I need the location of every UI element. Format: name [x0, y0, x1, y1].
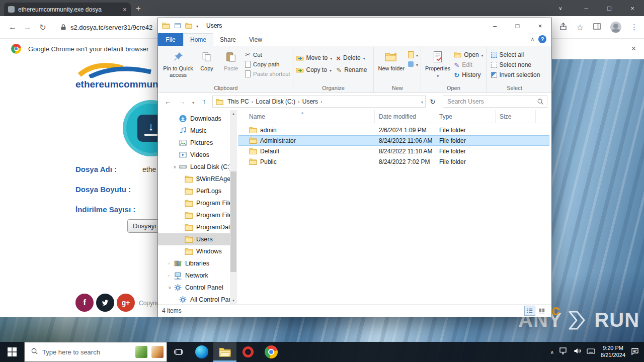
help-button[interactable]: ? [538, 35, 546, 43]
browser-minimize-button[interactable]: – [575, 5, 598, 12]
browser-close-button[interactable]: × [621, 5, 644, 12]
search-highlight-image-1[interactable] [135, 346, 147, 358]
paste-shortcut-button[interactable]: Paste shortcut [245, 69, 290, 78]
new-folder-button[interactable]: New folder [376, 48, 406, 72]
invert-selection-button[interactable]: Invert selection [491, 70, 540, 80]
profile-avatar[interactable] [610, 22, 621, 33]
breadcrumb-segment-this-pc[interactable]: This PC [226, 98, 250, 105]
touch-keyboard-icon[interactable] [587, 347, 595, 356]
browser-menu-icon[interactable]: ⋮ [630, 23, 638, 32]
tree-item-control-panel[interactable]: ∨Control Panel [158, 282, 237, 294]
search-icon[interactable] [537, 98, 544, 105]
forward-button[interactable]: → [20, 23, 35, 32]
select-all-button[interactable]: Select all [491, 50, 540, 60]
tab-home[interactable]: Home [183, 33, 213, 46]
twitter-icon[interactable] [96, 294, 114, 312]
column-header-name[interactable]: Name [237, 110, 375, 123]
browser-tab[interactable]: ethereumcommunity.exe dosya × [4, 3, 131, 16]
tree-item-network[interactable]: ›Network [158, 269, 237, 282]
explorer-maximize-button[interactable]: □ [506, 18, 529, 33]
copy-path-button[interactable]: Copy path [245, 59, 290, 69]
tab-close-icon[interactable]: × [123, 6, 127, 14]
details-view-button[interactable] [524, 306, 535, 316]
taskbar-chrome-icon[interactable] [260, 342, 283, 362]
tree-expand-icon[interactable]: › [168, 261, 174, 266]
tab-view[interactable]: View [243, 34, 269, 46]
tab-search-icon[interactable]: ∨ [550, 6, 571, 11]
thumbnail-view-button[interactable] [536, 306, 547, 316]
taskbar-edge-icon[interactable] [190, 342, 213, 362]
tree-item-pictures[interactable]: Pictures [158, 137, 237, 149]
tree-item-downloads[interactable]: Downloads [158, 113, 237, 125]
nav-back-button[interactable]: ← [162, 98, 174, 106]
start-button[interactable] [0, 342, 24, 362]
tree-item-perflogs[interactable]: PerfLogs [158, 185, 237, 197]
search-input[interactable]: Search Users [443, 96, 547, 108]
address-history-dropdown-icon[interactable] [421, 98, 423, 105]
tree-item-music[interactable]: Music [158, 125, 237, 137]
explorer-title-bar[interactable]: Users – □ × [158, 18, 551, 33]
breadcrumb-segment-users[interactable]: Users [301, 98, 319, 105]
qat-dropdown-icon[interactable] [196, 22, 198, 29]
refresh-button[interactable]: ↻ [428, 98, 438, 106]
new-tab-button[interactable]: + [136, 4, 141, 14]
file-row-admin[interactable]: admin2/6/2024 1:09 PMFile folder [238, 125, 549, 135]
qat-properties-icon[interactable] [174, 22, 181, 29]
lock-icon[interactable] [59, 23, 67, 31]
explorer-close-button[interactable]: × [529, 18, 551, 33]
taskbar-clock[interactable]: 9:20 PM 8/21/2024 [601, 345, 625, 359]
scrollbar-track[interactable] [230, 117, 237, 297]
tree-scrollbar[interactable] [230, 110, 237, 304]
reload-button[interactable]: ↻ [35, 23, 50, 32]
nav-forward-button[interactable]: → [176, 98, 188, 106]
google-plus-icon[interactable]: g+ [117, 294, 135, 312]
action-center-icon[interactable] [631, 347, 639, 357]
copy-button[interactable]: Copy [195, 48, 219, 72]
tray-expand-icon[interactable]: ∧ [550, 349, 554, 355]
network-icon[interactable] [559, 347, 568, 356]
tree-item-videos[interactable]: Videos [158, 149, 237, 161]
share-icon[interactable] [559, 22, 568, 33]
browser-maximize-button[interactable]: □ [598, 5, 621, 12]
address-bar-url[interactable]: s2.dosya.tc/server31/9cre42 [70, 24, 152, 31]
history-button[interactable]: ↻History [454, 70, 483, 80]
side-panel-icon[interactable] [593, 22, 601, 33]
recent-locations-dropdown[interactable] [190, 98, 196, 106]
tree-expand-icon[interactable]: ∨ [168, 285, 174, 290]
new-item-button[interactable] [408, 50, 418, 59]
tree-item-windows[interactable]: Windows [158, 245, 237, 257]
paste-button[interactable]: Paste [219, 48, 243, 72]
scrollbar-down-icon[interactable] [230, 297, 237, 304]
tree-item-program-files[interactable]: Program Files [158, 197, 237, 209]
column-header-type[interactable]: Type [435, 110, 496, 123]
tree-item-all-control-pan[interactable]: All Control Pan [158, 294, 237, 304]
taskbar-opera-icon[interactable] [236, 342, 260, 362]
scrollbar-thumb[interactable] [230, 171, 236, 272]
tree-item-users[interactable]: Users [158, 233, 237, 245]
tree-expand-icon[interactable]: › [168, 273, 174, 278]
task-view-button[interactable] [167, 342, 190, 362]
rename-button[interactable]: ✎Rename [336, 64, 367, 76]
back-button[interactable]: ← [5, 23, 20, 32]
cut-button[interactable]: ✂Cut [245, 50, 290, 59]
edit-button[interactable]: ✎Edit [454, 60, 483, 70]
open-button[interactable]: Open [454, 50, 483, 60]
facebook-icon[interactable]: f [75, 294, 94, 312]
volume-icon[interactable] [574, 347, 581, 356]
column-header-size[interactable]: Size [496, 110, 536, 123]
ribbon-collapse-icon[interactable]: ∧ [531, 36, 534, 42]
copy-to-button[interactable]: Copy to [296, 64, 333, 76]
tab-share[interactable]: Share [213, 34, 243, 46]
scrollbar-up-icon[interactable] [230, 110, 237, 117]
column-header-date-modified[interactable]: Date modified [375, 110, 435, 123]
search-highlight-image-2[interactable] [151, 346, 164, 358]
taskbar-file-explorer-icon[interactable] [213, 342, 236, 362]
taskbar-search-input[interactable]: Type here to search [24, 342, 167, 362]
file-row-public[interactable]: Public8/24/2022 7:02 PMFile folder [238, 156, 549, 167]
easy-access-button[interactable] [408, 59, 418, 69]
tree-expand-icon[interactable]: ∨ [173, 164, 179, 169]
nav-up-button[interactable]: ↑ [198, 98, 210, 106]
explorer-minimize-button[interactable]: – [484, 18, 506, 33]
tree-item-winreagent[interactable]: $WinREAgent [158, 173, 237, 185]
address-breadcrumb-bar[interactable]: This PC›Local Disk (C:)›Users› [212, 96, 426, 108]
